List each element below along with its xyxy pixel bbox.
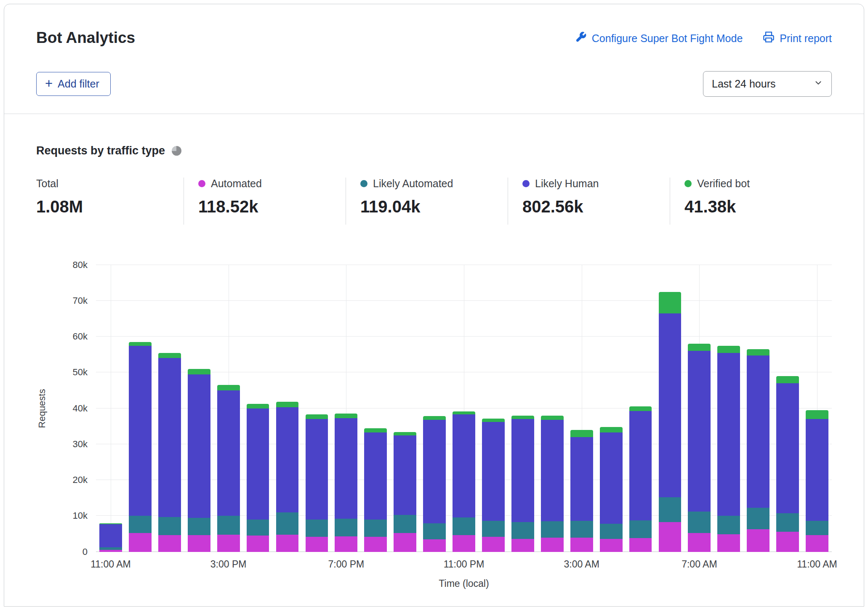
stacked-bar[interactable] (99, 265, 122, 552)
bar-segment-likely-human (600, 432, 623, 524)
plus-icon: + (45, 80, 53, 88)
bar-segment-automated (453, 535, 475, 552)
automated-legend-dot (198, 180, 205, 187)
stacked-bar[interactable] (394, 265, 416, 552)
stacked-bar[interactable] (659, 265, 682, 552)
stat-label: Likely Human (535, 178, 599, 190)
bar-segment-likely-automated (158, 517, 181, 535)
bar-segment-likely-human (776, 383, 799, 513)
stat-value: 118.52k (198, 197, 346, 216)
bar-segment-automated (570, 538, 593, 552)
bar-segment-likely-automated (688, 512, 711, 533)
bar-segment-likely-human (99, 524, 122, 547)
bar-segment-likely-automated (453, 517, 475, 536)
bar-segment-automated (600, 539, 623, 552)
bar-segment-verified-bot (659, 292, 682, 313)
bar-segment-verified-bot (129, 342, 152, 346)
y-axis-tick: 80k (73, 260, 88, 271)
bar-segment-likely-automated (570, 521, 593, 538)
stacked-bar[interactable] (247, 265, 269, 552)
stacked-bar[interactable] (423, 265, 446, 552)
x-axis-ticks: 11:00 AM3:00 PM7:00 PM11:00 PM3:00 AM7:0… (96, 552, 832, 570)
x-axis-tick: 7:00 AM (682, 559, 717, 570)
bar-slot (626, 265, 655, 552)
stacked-bar[interactable] (306, 265, 328, 552)
stacked-bar[interactable] (600, 265, 623, 552)
print-report-link[interactable]: Print report (763, 31, 832, 45)
stacked-bar[interactable] (364, 265, 387, 552)
bar-segment-automated (276, 535, 299, 552)
bar-segment-likely-automated (747, 508, 769, 529)
bar-segment-verified-bot (482, 419, 505, 422)
stacked-bar[interactable] (688, 265, 711, 552)
bar-segment-verified-bot (335, 414, 357, 418)
bar-segment-automated (247, 536, 269, 552)
bar-segment-verified-bot (806, 410, 828, 419)
configure-super-bot-fight-mode-link[interactable]: Configure Super Bot Fight Mode (575, 31, 743, 45)
stacked-bar[interactable] (276, 265, 299, 552)
stacked-bar[interactable] (541, 265, 564, 552)
stacked-bar[interactable] (217, 265, 240, 552)
stacked-bar[interactable] (158, 265, 181, 552)
add-filter-button[interactable]: + Add filter (36, 72, 111, 96)
bar-segment-likely-human (335, 418, 357, 519)
bar-slot (243, 265, 273, 552)
bot-analytics-card: Bot Analytics Configure Super Bot Fight … (4, 4, 864, 607)
bar-segment-automated (335, 536, 357, 552)
bar-segment-likely-automated (306, 520, 328, 537)
bar-segment-likely-human (188, 374, 210, 518)
bar-segment-likely-automated (482, 521, 505, 537)
bar-segment-verified-bot (511, 416, 534, 419)
time-range-select[interactable]: Last 24 hours (703, 71, 832, 97)
stacked-bar[interactable] (629, 265, 652, 552)
stacked-bar[interactable] (570, 265, 593, 552)
stacked-bar[interactable] (188, 265, 210, 552)
bar-segment-verified-bot (776, 376, 799, 383)
bar-slot (596, 265, 626, 552)
stat-verified-bot: Verified bot 41.38k (670, 178, 832, 225)
bar-segment-likely-automated (217, 516, 240, 534)
bar-segment-automated (541, 538, 564, 552)
bar-slot (420, 265, 449, 552)
bar-segment-likely-human (423, 420, 446, 523)
bars (96, 265, 832, 552)
bar-segment-likely-automated (247, 520, 269, 536)
stacked-bar[interactable] (453, 265, 475, 552)
stacked-bar[interactable] (717, 265, 740, 552)
bar-segment-verified-bot (188, 369, 210, 374)
bar-segment-verified-bot (217, 385, 240, 390)
bar-segment-verified-bot (306, 414, 328, 419)
stacked-bar[interactable] (511, 265, 534, 552)
stacked-bar[interactable] (482, 265, 505, 552)
bar-segment-verified-bot (629, 406, 652, 411)
x-axis-tick: 3:00 AM (564, 559, 599, 570)
bar-segment-likely-automated (717, 516, 740, 534)
stacked-bar[interactable] (129, 265, 152, 552)
bar-segment-verified-bot (541, 416, 564, 420)
section-title: Requests by traffic type (36, 144, 165, 157)
bar-segment-automated (306, 537, 328, 552)
bar-slot (714, 265, 743, 552)
stat-automated: Automated 118.52k (184, 178, 346, 225)
bar-segment-automated (158, 535, 181, 552)
stacked-bar[interactable] (806, 265, 828, 552)
bar-segment-likely-human (629, 411, 652, 520)
bar-segment-verified-bot (747, 349, 769, 355)
bar-segment-verified-bot (600, 427, 623, 432)
bar-segment-likely-human (570, 437, 593, 521)
bar-segment-likely-automated (364, 520, 387, 537)
bar-segment-likely-automated (541, 521, 564, 537)
stat-label: Total (36, 178, 59, 190)
y-axis-tick: 30k (73, 439, 88, 450)
bar-segment-likely-automated (806, 521, 828, 535)
main-panel: Requests by traffic type Total 1.08M Aut… (4, 114, 864, 552)
bar-segment-likely-automated (394, 515, 416, 533)
stat-likely-human: Likely Human 802.56k (508, 178, 670, 225)
bar-segment-verified-bot (394, 432, 416, 435)
bar-segment-automated (688, 533, 711, 552)
stacked-bar[interactable] (747, 265, 769, 552)
stacked-bar[interactable] (335, 265, 357, 552)
stacked-bar[interactable] (776, 265, 799, 552)
bar-segment-verified-bot (570, 430, 593, 437)
bar-segment-verified-bot (276, 402, 299, 407)
